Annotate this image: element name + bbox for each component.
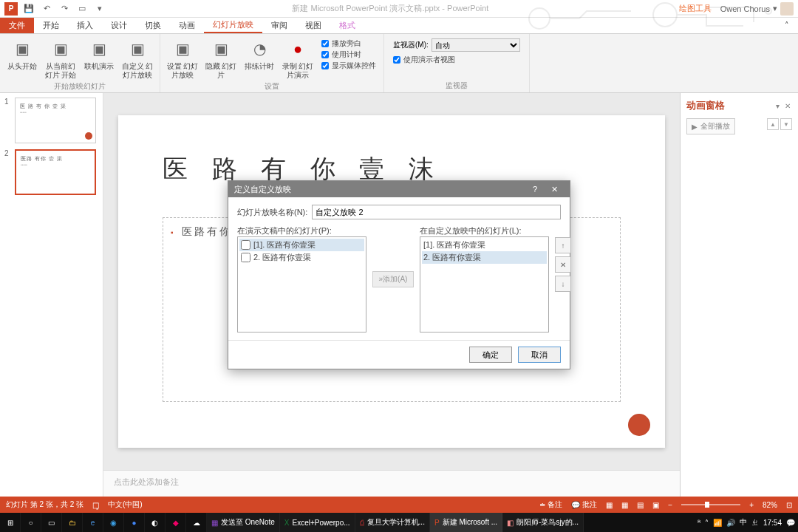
- play-all-button[interactable]: ▶ 全部播放: [686, 118, 735, 134]
- present-online-button[interactable]: ▣联机演示: [81, 35, 117, 71]
- slide-counter: 幻灯片 第 2 张，共 2 张: [6, 499, 83, 510]
- app-icon[interactable]: ◆: [166, 513, 186, 532]
- presenter-view-check[interactable]: 使用演示者视图: [393, 55, 520, 65]
- slideshow-view-icon[interactable]: ▣: [652, 501, 659, 509]
- notes-button[interactable]: ≐ 备注: [539, 499, 562, 510]
- list-item[interactable]: [1]. 医路有你壹渠: [422, 239, 547, 251]
- app-icon[interactable]: ◉: [103, 513, 124, 532]
- close-icon[interactable]: ✕: [545, 185, 564, 194]
- tab-review[interactable]: 审阅: [262, 18, 296, 33]
- ribbon-collapse-icon[interactable]: ˄: [776, 18, 798, 33]
- tray-icon[interactable]: ˄: [705, 519, 709, 527]
- reading-view-icon[interactable]: ▤: [637, 501, 644, 509]
- move-down-icon[interactable]: ▼: [780, 118, 792, 130]
- normal-view-icon[interactable]: ▦: [606, 501, 613, 509]
- chrome-icon[interactable]: ◐: [145, 513, 166, 532]
- setup-slideshow-button[interactable]: ▣设置 幻灯片放映: [165, 35, 200, 80]
- taskbar-app[interactable]: P 新建 Microsoft ...: [430, 513, 502, 532]
- list-item[interactable]: 2. 医路有你壹渠: [422, 251, 547, 264]
- custom-slideshow-button[interactable]: ▣自定义 幻灯片放映: [120, 35, 155, 80]
- zoom-out-icon[interactable]: −: [668, 501, 672, 509]
- comments-button[interactable]: 💬 批注: [571, 499, 597, 510]
- taskbar-app[interactable]: ▦ 发送至 OneNote: [207, 513, 280, 532]
- taskbar-app[interactable]: X Excel+Powerpo...: [280, 513, 355, 532]
- list-item[interactable]: [1]. 医路有你壹渠: [239, 239, 364, 251]
- notes-pane[interactable]: 点击此处添加备注: [103, 470, 680, 497]
- spellcheck-icon[interactable]: □͓: [92, 501, 99, 509]
- user-account[interactable]: Owen Chorus ▾: [720, 2, 794, 16]
- ime-indicator[interactable]: ㄓ: [751, 517, 759, 528]
- notifications-icon[interactable]: 💬: [786, 519, 795, 527]
- tray-icon[interactable]: 🔊: [726, 519, 735, 527]
- edge-icon[interactable]: e: [83, 513, 103, 532]
- animation-pane-title: 动画窗格: [686, 99, 725, 112]
- slideshow-name-input[interactable]: [312, 205, 561, 219]
- monitor-select[interactable]: 自动: [432, 38, 520, 52]
- tab-insert[interactable]: 插入: [68, 18, 102, 33]
- tray-icon[interactable]: 📶: [713, 519, 722, 527]
- cancel-button[interactable]: 取消: [518, 347, 561, 363]
- move-up-icon[interactable]: ▲: [767, 118, 779, 130]
- qat-more-icon[interactable]: ▾: [92, 1, 108, 17]
- hide-slide-button[interactable]: ▣隐藏 幻灯片: [203, 35, 239, 80]
- custom-show-slides-list[interactable]: [1]. 医路有你壹渠 2. 医路有你壹渠: [420, 236, 549, 332]
- from-beginning-button[interactable]: ▣从头开始: [4, 35, 40, 71]
- tab-slideshow[interactable]: 幻灯片放映: [204, 18, 262, 33]
- undo-icon[interactable]: ↶: [38, 1, 55, 17]
- name-label: 幻灯片放映名称(N):: [237, 207, 307, 218]
- thumbnail[interactable]: 2 医路 有你 壹 渠•••••: [4, 149, 98, 195]
- seal-graphic: [628, 414, 650, 436]
- clock[interactable]: 17:54: [763, 519, 782, 527]
- avatar: [780, 2, 794, 16]
- tab-view[interactable]: 视图: [296, 18, 330, 33]
- taskview-icon[interactable]: ▭: [41, 513, 62, 532]
- save-icon[interactable]: 💾: [21, 1, 37, 17]
- ok-button[interactable]: 确定: [469, 347, 512, 363]
- tab-design[interactable]: 设计: [102, 18, 136, 33]
- taskbar-app[interactable]: ⎙ 复旦大学计算机...: [355, 513, 430, 532]
- window-title: 新建 Microsoft PowerPoint 演示文稿.pptx - Powe…: [111, 3, 670, 14]
- zoom-slider[interactable]: [681, 504, 740, 505]
- tab-format[interactable]: 格式: [330, 18, 364, 33]
- tab-animations[interactable]: 动画: [170, 18, 204, 33]
- move-up-button[interactable]: ↑: [555, 237, 571, 253]
- zoom-in-icon[interactable]: +: [749, 501, 754, 509]
- ime-indicator[interactable]: 中: [740, 517, 747, 528]
- system-tray[interactable]: ᴿ ˄ 📶 🔊 中 ㄓ 17:54 💬: [698, 517, 798, 528]
- tray-icon[interactable]: ᴿ: [698, 519, 700, 527]
- tab-home[interactable]: 开始: [34, 18, 68, 33]
- app-icon[interactable]: P: [3, 1, 19, 17]
- thumbnail[interactable]: 1 医 路 有 你 壹 渠•••••: [4, 98, 98, 143]
- use-timings-check[interactable]: 使用计时: [321, 50, 376, 60]
- from-current-button[interactable]: ▣从当前幻灯片 开始: [43, 35, 78, 80]
- start-button[interactable]: ⊞: [0, 513, 21, 532]
- taskbar-app[interactable]: ◧ 朗阳师-菜鸟sjy的...: [502, 513, 584, 532]
- search-icon[interactable]: ○: [21, 513, 41, 532]
- record-slideshow-button[interactable]: ●录制 幻灯片演示: [280, 35, 316, 80]
- sorter-view-icon[interactable]: ▦: [621, 501, 628, 509]
- dialog-title-text: 定义自定义放映: [234, 184, 291, 195]
- remove-button[interactable]: ✕: [555, 256, 571, 273]
- tab-transitions[interactable]: 切换: [136, 18, 170, 33]
- monitor-label: 监视器(M):: [393, 40, 429, 50]
- dialog-titlebar[interactable]: 定义自定义放映 ? ✕: [228, 181, 570, 197]
- presentation-slides-list[interactable]: [1]. 医路有你壹渠 2. 医路有你壹渠: [237, 236, 366, 332]
- animation-pane-controls[interactable]: ▾ ✕: [776, 102, 792, 110]
- titlebar: P 💾 ↶ ↷ ▭ ▾ 新建 Microsoft PowerPoint 演示文稿…: [0, 0, 798, 18]
- app-icon[interactable]: ●: [124, 513, 145, 532]
- start-show-icon[interactable]: ▭: [74, 1, 90, 17]
- add-button[interactable]: »添加(A): [372, 271, 414, 287]
- language-indicator[interactable]: 中文(中国): [108, 499, 143, 510]
- explorer-icon[interactable]: 🗀: [62, 513, 83, 532]
- zoom-level[interactable]: 82%: [763, 501, 777, 509]
- rehearse-timings-button[interactable]: ◔排练计时: [242, 35, 277, 71]
- tab-file[interactable]: 文件: [0, 18, 34, 33]
- play-narrations-check[interactable]: 播放旁白: [321, 38, 376, 49]
- move-down-button[interactable]: ↓: [555, 276, 571, 292]
- redo-icon[interactable]: ↷: [56, 1, 72, 17]
- app-icon[interactable]: ☁: [186, 513, 207, 532]
- list-item[interactable]: 2. 医路有你壹渠: [239, 251, 364, 264]
- fit-to-window-icon[interactable]: ⊡: [786, 501, 792, 509]
- show-media-controls-check[interactable]: 显示媒体控件: [321, 61, 376, 71]
- help-icon[interactable]: ?: [525, 185, 545, 194]
